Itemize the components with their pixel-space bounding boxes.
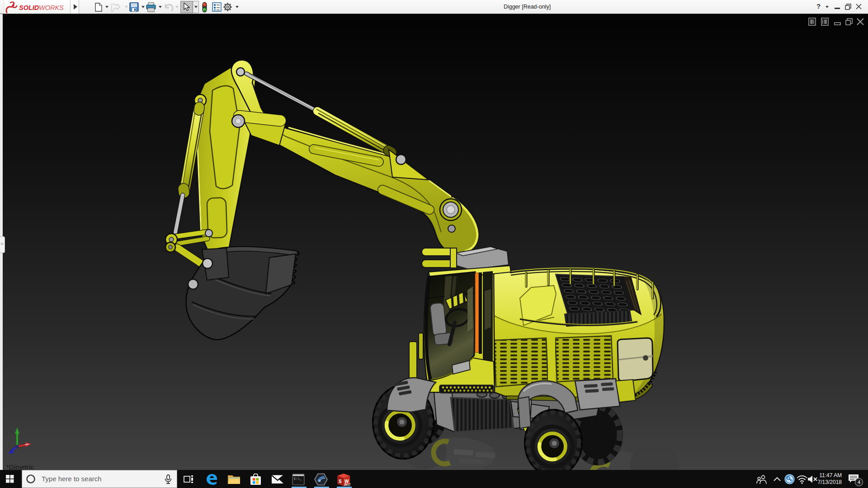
svg-text:2017: 2017 (344, 483, 351, 486)
svg-text:C:\_: C:\_ (294, 477, 302, 481)
svg-text:WORKS: WORKS (39, 4, 64, 11)
svg-text:SOLID: SOLID (19, 4, 39, 11)
svg-text:4: 4 (858, 479, 860, 485)
svg-text:S: S (339, 479, 342, 484)
